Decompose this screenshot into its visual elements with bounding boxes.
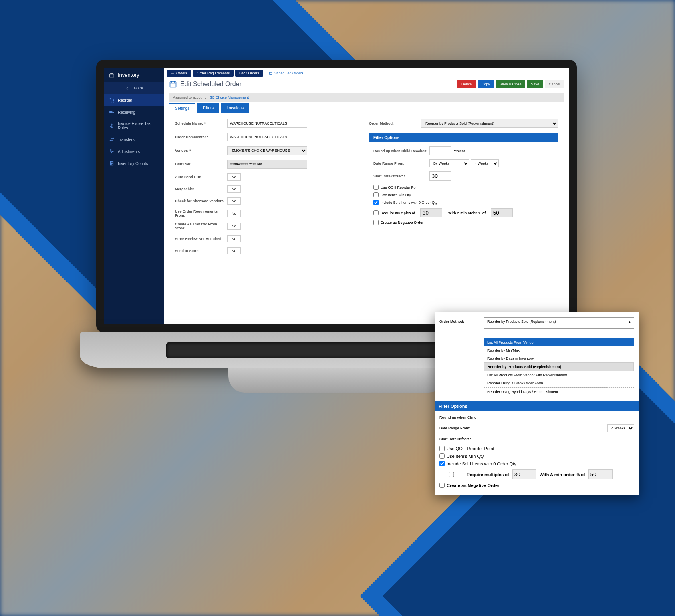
dropdown-option[interactable]: Reorder by Min/Max [484,346,634,354]
with-min-label: With A min order % of [448,211,486,215]
zoom-with-min-label: With A min order % of [540,472,585,477]
zoom-weeks-select[interactable]: 4 Weeks [607,424,634,432]
include-sold-checkbox[interactable] [373,200,379,205]
dropdown-option[interactable]: List All Products From Vendor with Reple… [484,371,634,379]
tab-back-orders[interactable]: Back Orders [235,70,263,77]
include-sold-label: Include Sold Items with 0 Order Qty [381,201,437,205]
main-content: Orders Order Requirements Back Orders Sc… [164,68,569,324]
tab-order-requirements[interactable]: Order Requirements [193,70,234,77]
back-arrow-icon [125,85,130,91]
zoom-date-range-label: Date Range From: [439,426,484,430]
send-store-toggle[interactable]: No [227,247,241,254]
zoom-require-mult-label: Require multiples of [467,472,509,477]
inventory-icon [109,72,115,78]
tab-orders[interactable]: Orders [167,70,191,77]
sidebar: Inventory BACK Reorder Receiving Invoice… [104,68,164,324]
use-min-label: Use Item's Min Qty [381,193,411,197]
dropdown-option-selected[interactable]: Reorder by Products Sold (Replenishment) [484,362,634,371]
store-review-toggle[interactable]: No [227,235,241,242]
sub-tabs: Settings Filters Locations [164,103,569,113]
create-transfer-toggle[interactable]: No [227,223,241,230]
assigned-account-link[interactable]: SC Choice Management [210,95,249,99]
schedule-name-label: Schedule Name: * [175,121,227,125]
svg-point-6 [111,152,112,153]
use-qoh-checkbox[interactable] [373,185,379,190]
dropdown-option[interactable]: Reorder Using a Blank Order Form [484,379,634,387]
sliders-icon [109,149,115,154]
save-button[interactable]: Save [527,80,543,88]
sidebar-item-adjustments[interactable]: Adjustments [104,145,164,157]
svg-rect-9 [170,82,176,87]
svg-rect-0 [110,74,114,77]
dropdown-search-input[interactable] [484,328,634,338]
zoom-include-sold-checkbox[interactable] [439,461,445,466]
subtab-settings[interactable]: Settings [169,103,195,113]
zoom-order-method-value: Reorder by Products Sold (Replenishment) [487,320,556,324]
use-req-toggle[interactable]: No [227,210,241,217]
sidebar-title: Inventory [104,68,164,82]
zoom-use-qoh-checkbox[interactable] [439,446,445,451]
start-offset-input[interactable] [429,171,451,181]
zoom-order-method-label: Order Method: [439,320,484,324]
page-header: Edit Scheduled Order Delete Copy Save & … [164,77,569,91]
dropdown-option[interactable]: List All Products From Vendor [484,338,634,346]
filter-options-panel: Filter Options Round up when Child Reach… [369,133,558,232]
cancel-button[interactable]: Cancel [545,80,564,88]
sidebar-item-receiving[interactable]: Receiving [104,106,164,118]
assigned-bar: Assigned to account: SC Choice Managemen… [169,93,564,102]
dropdown-list[interactable]: List All Products From Vendor Reorder by… [484,338,634,396]
sidebar-item-transfers[interactable]: Transfers [104,133,164,145]
use-min-checkbox[interactable] [373,192,379,197]
back-button[interactable]: BACK [104,82,164,94]
dropdown-option[interactable]: Reorder Using Hybrid Days / Replenishmen… [484,387,634,396]
chevron-up-icon: ▴ [629,320,631,324]
create-transfer-label: Create As Transfer From Store: [175,222,227,230]
delete-button[interactable]: Delete [457,80,476,88]
sidebar-item-label: Adjustments [118,149,140,154]
zoom-order-method-select[interactable]: Reorder by Products Sold (Replenishment)… [484,317,634,326]
order-comments-input[interactable] [227,133,307,141]
subtab-locations[interactable]: Locations [221,103,249,113]
sidebar-item-invoice-tax[interactable]: Invoice Excise Tax Rules [104,118,164,133]
back-label: BACK [133,86,144,90]
tab-scheduled-orders[interactable]: Scheduled Orders [265,70,308,77]
require-mult-checkbox[interactable] [373,210,379,215]
zoom-neg-order-label: Create as Negative Order [447,483,499,488]
dropdown-option[interactable]: Reorder by Days in Inventory [484,354,634,362]
zoom-neg-order-checkbox[interactable] [439,483,445,488]
calendar-icon [269,71,273,75]
zoom-use-min-checkbox[interactable] [439,453,445,459]
sidebar-item-inventory-counts[interactable]: Inventory Counts [104,157,164,169]
date-range-label: Date Range From: [373,161,429,165]
last-ran-label: Last Ran: [175,162,227,166]
roundup-label: Round up when Child Reaches: [373,149,429,153]
filter-options-header: Filter Options [369,133,558,142]
use-req-label: Use Order Requirements From: [175,209,227,217]
sidebar-item-reorder[interactable]: Reorder [104,94,164,106]
order-method-select[interactable]: Reorder by Products Sold (Replenishment) [421,119,558,128]
mergeable-toggle[interactable]: No [227,185,241,193]
schedule-name-input[interactable] [227,119,307,128]
truck-icon [109,109,115,115]
auto-send-toggle[interactable]: No [227,173,241,181]
vendor-select[interactable]: SMOKER'S CHOICE WAREHOUSE [227,146,307,155]
zoom-include-sold-label: Include Sold Items with 0 Order Qty [447,461,516,466]
zoom-require-mult-checkbox[interactable] [439,472,463,477]
date-range-unit-select[interactable]: By Weeks [429,159,469,167]
tab-label: Scheduled Orders [274,71,304,75]
calendar-large-icon [169,80,177,88]
save-close-button[interactable]: Save & Close [496,80,526,88]
right-column: Order Method:Reorder by Products Sold (R… [369,119,558,259]
zoom-panel: Order Method: Reorder by Products Sold (… [435,312,639,495]
percent-label: Percent [453,149,465,153]
copy-button[interactable]: Copy [478,80,494,88]
date-range-count-select[interactable]: 4 Weeks [471,159,499,167]
top-tabs: Orders Order Requirements Back Orders Sc… [164,68,569,77]
tab-label: Back Orders [239,71,259,75]
tab-label: Orders [176,71,187,75]
subtab-filters[interactable]: Filters [197,103,219,113]
zoom-filter-options-header: Filter Options [435,401,639,411]
roundup-input[interactable] [429,146,451,155]
neg-order-checkbox[interactable] [373,220,379,225]
check-alt-toggle[interactable]: No [227,197,241,205]
